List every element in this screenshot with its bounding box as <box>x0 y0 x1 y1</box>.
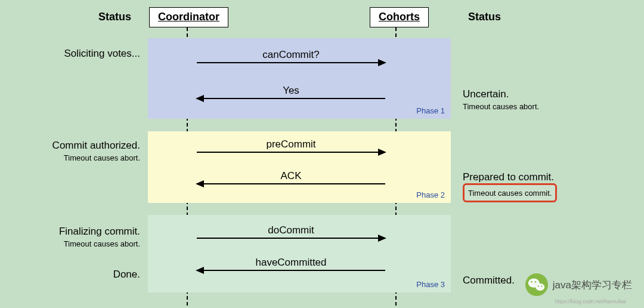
phase-2-label: Phase 2 <box>416 190 445 199</box>
arrow-left-icon <box>197 98 385 99</box>
highlight-timeout-commit: Timeout causes commit. <box>463 183 557 202</box>
arrow-docommit: doCommit <box>197 224 385 239</box>
arrow-precommit: preCommit <box>197 138 385 153</box>
svg-point-6 <box>541 285 542 287</box>
arrow-label: haveCommitted <box>197 257 385 269</box>
watermark: java架构学习专栏 <box>525 273 632 296</box>
status-main: Uncertain. <box>463 88 630 100</box>
arrow-left-icon <box>197 183 385 184</box>
svg-point-3 <box>531 281 532 283</box>
arrow-label: ACK <box>197 170 385 182</box>
svg-point-5 <box>538 285 539 287</box>
wechat-icon <box>525 273 548 296</box>
status-left-phase3a: Finalizing commit. Timeout causes abort. <box>12 226 140 248</box>
arrow-yes: Yes <box>197 85 385 99</box>
status-sub: Timeout causes abort. <box>12 239 140 248</box>
arrow-left-icon <box>197 270 385 271</box>
status-left-phase2: Commit authorized. Timeout causes abort. <box>12 140 140 162</box>
arrow-label: canCommit? <box>197 49 385 61</box>
status-sub: Timeout causes abort. <box>463 102 630 111</box>
status-left-phase1: Soliciting votes... <box>12 48 140 60</box>
arrow-right-icon <box>197 152 385 153</box>
arrow-label: doCommit <box>197 224 385 236</box>
status-main: Commit authorized. <box>12 140 140 152</box>
arrow-cancommit: canCommit? <box>197 49 385 63</box>
status-main: Prepared to commit. <box>463 171 630 183</box>
arrow-ack: ACK <box>197 170 385 184</box>
phase-1-label: Phase 1 <box>416 106 445 115</box>
watermark-text: java架构学习专栏 <box>553 278 632 292</box>
arrow-right-icon <box>197 62 385 63</box>
status-left-done: Done. <box>12 269 140 281</box>
phase-3-label: Phase 3 <box>416 280 445 289</box>
status-right-phase1: Uncertain. Timeout causes abort. <box>463 88 630 111</box>
status-sub: Timeout causes commit. <box>468 189 552 198</box>
status-main: Done. <box>12 269 140 281</box>
header-status-left: Status <box>98 11 131 23</box>
svg-point-4 <box>535 281 537 283</box>
svg-point-2 <box>535 284 544 291</box>
status-right-phase2: Prepared to commit. Timeout causes commi… <box>463 171 630 202</box>
header-status-right: Status <box>468 11 501 23</box>
arrow-havecommitted: haveCommitted <box>197 257 385 271</box>
arrow-right-icon <box>197 238 385 239</box>
status-main: Soliciting votes... <box>12 48 140 60</box>
header-coordinator: Coordinator <box>149 7 228 27</box>
arrow-label: preCommit <box>197 138 385 150</box>
status-main: Finalizing commit. <box>12 226 140 238</box>
watermark-url: https://blog.csdn.net/hanruikai <box>555 298 626 304</box>
header-cohorts: Cohorts <box>370 7 429 27</box>
three-phase-commit-diagram: Status Coordinator Cohorts Status Phase … <box>0 0 644 308</box>
arrow-label: Yes <box>197 85 385 97</box>
status-sub: Timeout causes abort. <box>12 153 140 162</box>
